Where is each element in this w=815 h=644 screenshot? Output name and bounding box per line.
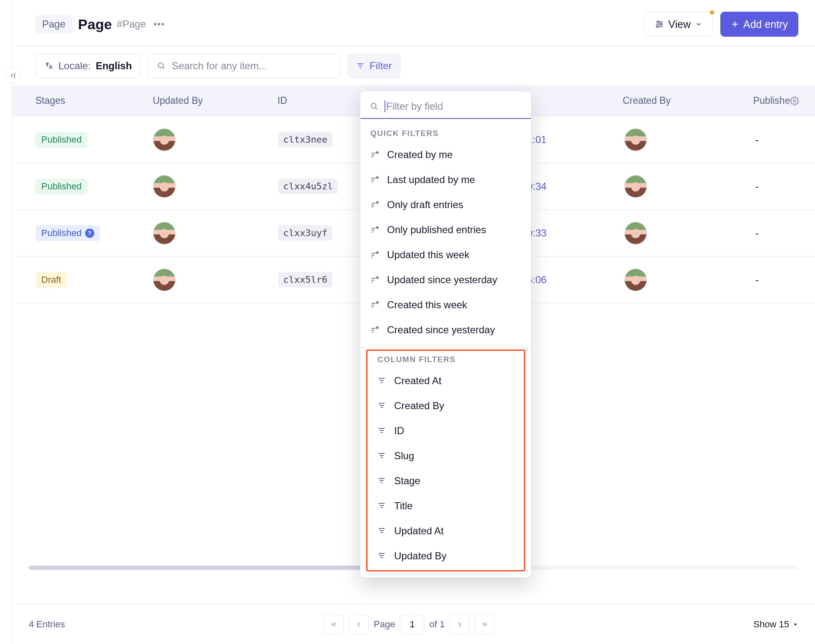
- quick-filter-label: Created this week: [387, 299, 467, 311]
- quick-filter-icon: [370, 250, 380, 259]
- scrollbar-thumb[interactable]: [29, 566, 375, 570]
- stage-badge: Published: [35, 132, 88, 148]
- stage-badge: Draft: [35, 272, 67, 288]
- quick-filter-item[interactable]: Updated since yesterday: [360, 267, 531, 292]
- column-filter-item[interactable]: Updated At: [367, 518, 524, 543]
- column-filter-item[interactable]: Created By: [367, 393, 524, 418]
- view-button[interactable]: View: [644, 12, 713, 37]
- quick-filter-label: Only published entries: [387, 224, 486, 236]
- quick-filter-item[interactable]: Created since yesterday: [360, 317, 531, 342]
- avatar: [153, 128, 176, 151]
- quick-filter-icon: [370, 175, 380, 184]
- entry-id: clxx3uyf: [278, 225, 332, 241]
- svg-point-1: [154, 23, 156, 25]
- column-filter-label: Updated By: [394, 550, 446, 562]
- column-filter-item[interactable]: Updated By: [367, 543, 524, 569]
- page-header: Page Page #Page View Add: [12, 0, 815, 46]
- locale-value: English: [96, 60, 132, 72]
- entry-id: cltx3nee: [278, 132, 332, 147]
- add-entry-button[interactable]: Add entry: [720, 12, 798, 37]
- page-first-button[interactable]: [324, 614, 344, 634]
- published-value: -: [755, 274, 790, 286]
- page-next-button[interactable]: [450, 614, 470, 634]
- add-entry-label: Add entry: [743, 18, 788, 30]
- svg-point-5: [657, 21, 659, 23]
- quick-filter-icon: [370, 275, 380, 284]
- column-filter-item[interactable]: ID: [367, 418, 524, 443]
- column-filter-label: Stage: [394, 475, 420, 487]
- quick-filter-item[interactable]: Only draft entries: [360, 192, 531, 217]
- quick-filter-label: Only draft entries: [387, 199, 463, 211]
- column-filter-item[interactable]: Title: [367, 493, 524, 518]
- filter-lines-icon: [377, 476, 387, 486]
- column-filter-label: Created At: [394, 375, 441, 387]
- quick-filter-label: Created by me: [387, 149, 453, 161]
- avatar: [624, 175, 647, 198]
- svg-point-12: [158, 63, 164, 68]
- published-value: -: [755, 227, 790, 239]
- page-last-button[interactable]: [475, 614, 495, 634]
- collapse-sidebar-button[interactable]: [6, 68, 21, 83]
- filter-lines-icon: [377, 426, 387, 435]
- quick-filter-label: Last updated by me: [387, 174, 475, 186]
- toolbar: Locale: English Filter: [12, 46, 815, 86]
- svg-point-20: [793, 100, 796, 102]
- avatar: [624, 128, 647, 151]
- quick-filter-item[interactable]: Only published entries: [360, 217, 531, 242]
- column-filter-item[interactable]: Stage: [367, 468, 524, 493]
- page-hash: #Page: [117, 18, 146, 30]
- quick-filter-icon: [370, 300, 380, 309]
- sliders-icon: [655, 20, 664, 29]
- caret-down-icon: [792, 621, 798, 627]
- page-label: Page: [374, 619, 395, 630]
- column-filter-label: Updated At: [394, 525, 444, 537]
- column-filter-label: ID: [394, 425, 404, 437]
- entry-id: clxx5lr6: [278, 272, 332, 287]
- column-header-created-by[interactable]: Created By: [623, 95, 753, 106]
- column-filter-item[interactable]: Slug: [367, 443, 524, 468]
- search-input[interactable]: [171, 60, 331, 72]
- filter-lines-icon: [377, 551, 387, 561]
- quick-filter-item[interactable]: Created this week: [360, 292, 531, 317]
- filter-button[interactable]: Filter: [347, 54, 400, 78]
- locale-label: Locale:: [58, 60, 91, 72]
- page-prev-button[interactable]: [349, 614, 369, 634]
- stage-badge: Published ?: [35, 225, 100, 241]
- published-value: -: [755, 181, 790, 192]
- avatar: [153, 175, 176, 198]
- dropdown-separator: [360, 347, 531, 348]
- svg-line-23: [375, 108, 377, 109]
- page-current-input[interactable]: 1: [400, 614, 424, 634]
- quick-filters-section: QUICK FILTERS Created by meLast updated …: [360, 119, 531, 346]
- filter-lines-icon: [377, 401, 387, 410]
- entries-count: 4 Entries: [29, 619, 65, 630]
- column-filter-item[interactable]: Created At: [367, 368, 524, 393]
- column-header-stages[interactable]: Stages: [12, 95, 153, 106]
- help-icon: ?: [85, 229, 94, 238]
- stage-badge: Published: [35, 179, 88, 194]
- locale-selector[interactable]: Locale: English: [35, 54, 141, 78]
- avatar: [153, 222, 176, 244]
- quick-filter-item[interactable]: Last updated by me: [360, 167, 531, 192]
- column-header-updated-by[interactable]: Updated By: [153, 95, 277, 106]
- filter-dropdown: Filter by field QUICK FILTERS Created by…: [360, 91, 531, 578]
- svg-marker-21: [794, 624, 797, 626]
- quick-filter-item[interactable]: Created by me: [360, 142, 531, 167]
- published-value: -: [755, 134, 790, 146]
- search-input-wrapper[interactable]: [148, 54, 340, 78]
- column-filter-label: Title: [394, 500, 413, 512]
- table-settings-button[interactable]: [790, 96, 815, 106]
- svg-point-22: [371, 103, 376, 108]
- filter-search-row[interactable]: Filter by field: [360, 91, 531, 119]
- column-header-published[interactable]: Publishe: [753, 95, 790, 106]
- more-menu-icon[interactable]: [153, 23, 164, 26]
- filter-lines-icon: [377, 451, 387, 460]
- quick-filters-header: QUICK FILTERS: [360, 126, 531, 142]
- quick-filter-label: Created since yesterday: [387, 324, 495, 336]
- filter-search-placeholder: Filter by field: [385, 101, 443, 112]
- breadcrumb-chip[interactable]: Page: [35, 15, 72, 33]
- quick-filter-item[interactable]: Updated this week: [360, 242, 531, 267]
- plus-icon: [731, 20, 739, 28]
- avatar: [153, 269, 176, 291]
- page-size-selector[interactable]: Show 15: [753, 619, 798, 630]
